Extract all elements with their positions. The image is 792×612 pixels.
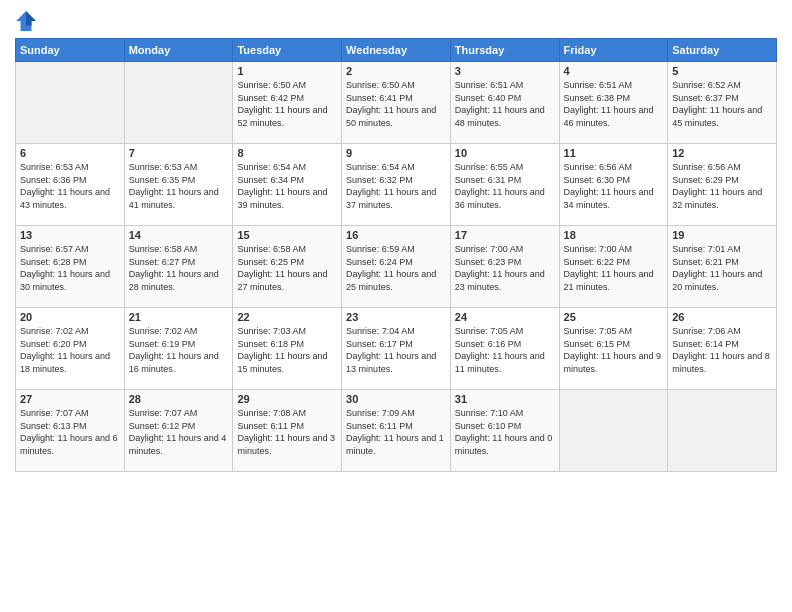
day-info: Sunrise: 7:01 AMSunset: 6:21 PMDaylight:… bbox=[672, 243, 772, 293]
day-number: 29 bbox=[237, 393, 337, 405]
day-number: 14 bbox=[129, 229, 229, 241]
day-number: 5 bbox=[672, 65, 772, 77]
calendar-cell: 20Sunrise: 7:02 AMSunset: 6:20 PMDayligh… bbox=[16, 308, 125, 390]
day-info: Sunrise: 7:05 AMSunset: 6:16 PMDaylight:… bbox=[455, 325, 555, 375]
calendar-cell: 9Sunrise: 6:54 AMSunset: 6:32 PMDaylight… bbox=[342, 144, 451, 226]
day-number: 7 bbox=[129, 147, 229, 159]
weekday-header: Sunday bbox=[16, 39, 125, 62]
day-info: Sunrise: 7:07 AMSunset: 6:13 PMDaylight:… bbox=[20, 407, 120, 457]
weekday-header: Monday bbox=[124, 39, 233, 62]
day-info: Sunrise: 6:54 AMSunset: 6:32 PMDaylight:… bbox=[346, 161, 446, 211]
day-info: Sunrise: 6:58 AMSunset: 6:27 PMDaylight:… bbox=[129, 243, 229, 293]
day-info: Sunrise: 7:03 AMSunset: 6:18 PMDaylight:… bbox=[237, 325, 337, 375]
calendar-cell bbox=[124, 62, 233, 144]
page: SundayMondayTuesdayWednesdayThursdayFrid… bbox=[0, 0, 792, 612]
day-number: 19 bbox=[672, 229, 772, 241]
day-info: Sunrise: 6:51 AMSunset: 6:38 PMDaylight:… bbox=[564, 79, 664, 129]
day-number: 28 bbox=[129, 393, 229, 405]
day-number: 9 bbox=[346, 147, 446, 159]
day-info: Sunrise: 6:55 AMSunset: 6:31 PMDaylight:… bbox=[455, 161, 555, 211]
calendar-cell: 16Sunrise: 6:59 AMSunset: 6:24 PMDayligh… bbox=[342, 226, 451, 308]
day-number: 13 bbox=[20, 229, 120, 241]
day-number: 11 bbox=[564, 147, 664, 159]
calendar-cell bbox=[559, 390, 668, 472]
weekday-header-row: SundayMondayTuesdayWednesdayThursdayFrid… bbox=[16, 39, 777, 62]
day-info: Sunrise: 6:54 AMSunset: 6:34 PMDaylight:… bbox=[237, 161, 337, 211]
day-info: Sunrise: 7:02 AMSunset: 6:19 PMDaylight:… bbox=[129, 325, 229, 375]
day-number: 17 bbox=[455, 229, 555, 241]
day-number: 10 bbox=[455, 147, 555, 159]
day-info: Sunrise: 7:10 AMSunset: 6:10 PMDaylight:… bbox=[455, 407, 555, 457]
calendar-cell: 17Sunrise: 7:00 AMSunset: 6:23 PMDayligh… bbox=[450, 226, 559, 308]
day-info: Sunrise: 6:52 AMSunset: 6:37 PMDaylight:… bbox=[672, 79, 772, 129]
calendar-week-row: 20Sunrise: 7:02 AMSunset: 6:20 PMDayligh… bbox=[16, 308, 777, 390]
calendar-cell: 31Sunrise: 7:10 AMSunset: 6:10 PMDayligh… bbox=[450, 390, 559, 472]
calendar-cell: 15Sunrise: 6:58 AMSunset: 6:25 PMDayligh… bbox=[233, 226, 342, 308]
day-number: 22 bbox=[237, 311, 337, 323]
day-info: Sunrise: 6:53 AMSunset: 6:36 PMDaylight:… bbox=[20, 161, 120, 211]
calendar-cell: 25Sunrise: 7:05 AMSunset: 6:15 PMDayligh… bbox=[559, 308, 668, 390]
day-info: Sunrise: 7:00 AMSunset: 6:23 PMDaylight:… bbox=[455, 243, 555, 293]
day-number: 8 bbox=[237, 147, 337, 159]
calendar-cell: 27Sunrise: 7:07 AMSunset: 6:13 PMDayligh… bbox=[16, 390, 125, 472]
day-info: Sunrise: 6:56 AMSunset: 6:29 PMDaylight:… bbox=[672, 161, 772, 211]
calendar-cell: 18Sunrise: 7:00 AMSunset: 6:22 PMDayligh… bbox=[559, 226, 668, 308]
calendar-cell: 24Sunrise: 7:05 AMSunset: 6:16 PMDayligh… bbox=[450, 308, 559, 390]
calendar-cell bbox=[668, 390, 777, 472]
day-number: 6 bbox=[20, 147, 120, 159]
day-number: 25 bbox=[564, 311, 664, 323]
day-number: 30 bbox=[346, 393, 446, 405]
day-number: 3 bbox=[455, 65, 555, 77]
logo bbox=[15, 10, 41, 32]
day-number: 2 bbox=[346, 65, 446, 77]
weekday-header: Tuesday bbox=[233, 39, 342, 62]
calendar-cell: 28Sunrise: 7:07 AMSunset: 6:12 PMDayligh… bbox=[124, 390, 233, 472]
weekday-header: Saturday bbox=[668, 39, 777, 62]
day-number: 24 bbox=[455, 311, 555, 323]
calendar-cell: 13Sunrise: 6:57 AMSunset: 6:28 PMDayligh… bbox=[16, 226, 125, 308]
day-number: 15 bbox=[237, 229, 337, 241]
calendar-cell: 3Sunrise: 6:51 AMSunset: 6:40 PMDaylight… bbox=[450, 62, 559, 144]
svg-marker-1 bbox=[26, 11, 36, 25]
weekday-header: Thursday bbox=[450, 39, 559, 62]
calendar-cell: 5Sunrise: 6:52 AMSunset: 6:37 PMDaylight… bbox=[668, 62, 777, 144]
header bbox=[15, 10, 777, 32]
calendar-cell bbox=[16, 62, 125, 144]
calendar-cell: 4Sunrise: 6:51 AMSunset: 6:38 PMDaylight… bbox=[559, 62, 668, 144]
calendar-cell: 26Sunrise: 7:06 AMSunset: 6:14 PMDayligh… bbox=[668, 308, 777, 390]
day-info: Sunrise: 7:00 AMSunset: 6:22 PMDaylight:… bbox=[564, 243, 664, 293]
calendar-cell: 22Sunrise: 7:03 AMSunset: 6:18 PMDayligh… bbox=[233, 308, 342, 390]
weekday-header: Friday bbox=[559, 39, 668, 62]
calendar-cell: 7Sunrise: 6:53 AMSunset: 6:35 PMDaylight… bbox=[124, 144, 233, 226]
logo-icon bbox=[15, 10, 37, 32]
calendar-cell: 10Sunrise: 6:55 AMSunset: 6:31 PMDayligh… bbox=[450, 144, 559, 226]
day-info: Sunrise: 7:09 AMSunset: 6:11 PMDaylight:… bbox=[346, 407, 446, 457]
calendar-cell: 11Sunrise: 6:56 AMSunset: 6:30 PMDayligh… bbox=[559, 144, 668, 226]
calendar-cell: 21Sunrise: 7:02 AMSunset: 6:19 PMDayligh… bbox=[124, 308, 233, 390]
calendar-week-row: 13Sunrise: 6:57 AMSunset: 6:28 PMDayligh… bbox=[16, 226, 777, 308]
day-info: Sunrise: 6:57 AMSunset: 6:28 PMDaylight:… bbox=[20, 243, 120, 293]
day-info: Sunrise: 7:05 AMSunset: 6:15 PMDaylight:… bbox=[564, 325, 664, 375]
day-number: 16 bbox=[346, 229, 446, 241]
calendar-table: SundayMondayTuesdayWednesdayThursdayFrid… bbox=[15, 38, 777, 472]
calendar-cell: 8Sunrise: 6:54 AMSunset: 6:34 PMDaylight… bbox=[233, 144, 342, 226]
calendar-cell: 30Sunrise: 7:09 AMSunset: 6:11 PMDayligh… bbox=[342, 390, 451, 472]
day-info: Sunrise: 6:58 AMSunset: 6:25 PMDaylight:… bbox=[237, 243, 337, 293]
day-info: Sunrise: 6:51 AMSunset: 6:40 PMDaylight:… bbox=[455, 79, 555, 129]
day-number: 21 bbox=[129, 311, 229, 323]
day-number: 4 bbox=[564, 65, 664, 77]
day-number: 12 bbox=[672, 147, 772, 159]
day-number: 26 bbox=[672, 311, 772, 323]
day-info: Sunrise: 6:50 AMSunset: 6:42 PMDaylight:… bbox=[237, 79, 337, 129]
calendar-cell: 2Sunrise: 6:50 AMSunset: 6:41 PMDaylight… bbox=[342, 62, 451, 144]
day-info: Sunrise: 7:02 AMSunset: 6:20 PMDaylight:… bbox=[20, 325, 120, 375]
day-info: Sunrise: 6:59 AMSunset: 6:24 PMDaylight:… bbox=[346, 243, 446, 293]
calendar-cell: 19Sunrise: 7:01 AMSunset: 6:21 PMDayligh… bbox=[668, 226, 777, 308]
day-number: 31 bbox=[455, 393, 555, 405]
day-number: 27 bbox=[20, 393, 120, 405]
day-info: Sunrise: 6:56 AMSunset: 6:30 PMDaylight:… bbox=[564, 161, 664, 211]
calendar-cell: 29Sunrise: 7:08 AMSunset: 6:11 PMDayligh… bbox=[233, 390, 342, 472]
day-info: Sunrise: 7:06 AMSunset: 6:14 PMDaylight:… bbox=[672, 325, 772, 375]
calendar-week-row: 1Sunrise: 6:50 AMSunset: 6:42 PMDaylight… bbox=[16, 62, 777, 144]
day-info: Sunrise: 7:08 AMSunset: 6:11 PMDaylight:… bbox=[237, 407, 337, 457]
